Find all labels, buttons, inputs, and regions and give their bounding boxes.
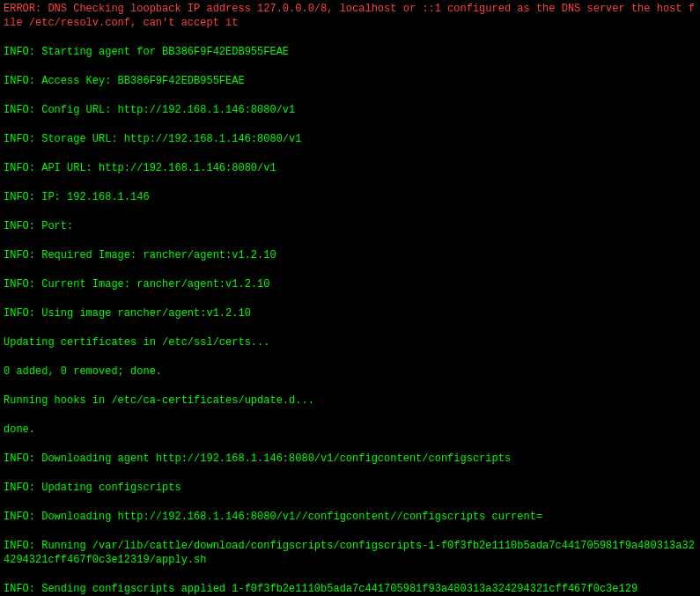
terminal-line: INFO: IP: 192.168.1.146 [4,190,696,204]
terminal-line: done. [4,423,696,437]
terminal-line: INFO: Required Image: rancher/agent:v1.2… [4,248,696,262]
terminal-line: 0 added, 0 removed; done. [4,364,696,379]
terminal-line: Updating certificates in /etc/ssl/certs.… [4,335,696,350]
terminal-line: INFO: Using image rancher/agent:v1.2.10 [4,306,696,320]
terminal-line: INFO: Config URL: http://192.168.1.146:8… [4,103,696,117]
terminal-line: INFO: Access Key: BB386F9F42EDB955FEAE [4,74,696,88]
terminal-line: INFO: Downloading http://192.168.1.146:8… [4,510,696,524]
terminal-line: INFO: Port: [4,219,696,233]
terminal-line: INFO: Downloading agent http://192.168.1… [4,452,696,466]
terminal-output: ERROR: DNS Checking loopback IP address … [0,0,700,596]
terminal-line: INFO: Sending configscripts applied 1-f0… [4,582,696,596]
terminal-line: Running hooks in /etc/ca-certificates/up… [4,394,696,408]
terminal-line: INFO: Starting agent for BB386F9F42EDB95… [4,45,696,59]
terminal-line: INFO: Storage URL: http://192.168.1.146:… [4,132,696,146]
terminal-line: INFO: API URL: http://192.168.1.146:8080… [4,161,696,175]
terminal-line: ERROR: DNS Checking loopback IP address … [4,2,696,30]
terminal-line: INFO: Updating configscripts [4,481,696,495]
terminal-line: INFO: Current Image: rancher/agent:v1.2.… [4,277,696,291]
terminal-line: INFO: Running /var/lib/cattle/download/c… [4,539,696,567]
